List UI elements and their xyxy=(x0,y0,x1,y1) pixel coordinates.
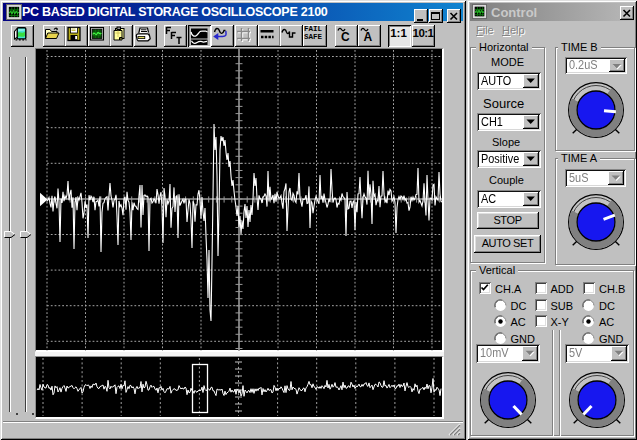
svg-text:A: A xyxy=(363,30,372,44)
svg-text:C: C xyxy=(341,30,350,44)
